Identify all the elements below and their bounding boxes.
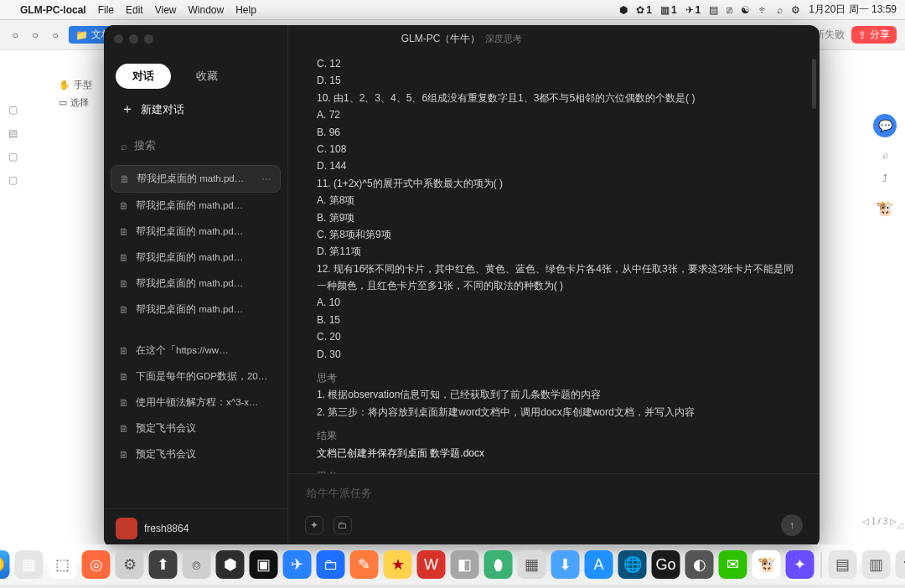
- select-tool[interactable]: ▭ 选择: [59, 96, 92, 109]
- dock-app-icon[interactable]: ★: [384, 550, 412, 579]
- more-icon[interactable]: ⋯: [261, 173, 272, 185]
- doc-icon: 🗎: [120, 174, 130, 184]
- dock-settings-icon[interactable]: ⚙: [116, 550, 144, 579]
- history-item[interactable]: 🗎在这个「https://ww…: [111, 338, 281, 364]
- comment-bubble-icon[interactable]: 💬: [873, 114, 897, 137]
- attach-image-icon[interactable]: ✦: [305, 516, 323, 534]
- dock-app-icon[interactable]: 🌐: [618, 550, 647, 579]
- dock-app-icon[interactable]: ▤: [829, 550, 857, 579]
- wifi-icon[interactable]: ᯤ: [758, 4, 768, 16]
- dock-app-icon[interactable]: ⬚: [49, 550, 77, 579]
- content-line: A. 72: [317, 106, 799, 123]
- content-line: 10. 由1、2、3、4、5、6组成没有重复数字且1、3都不与5相邻的六位偶数的…: [317, 90, 799, 106]
- history-item[interactable]: 🗎帮我把桌面的 math.pd…: [111, 219, 281, 245]
- traffic-lights[interactable]: [114, 34, 153, 44]
- doc-icon: 🗎: [119, 305, 129, 315]
- window-max-icon[interactable]: ○: [49, 28, 62, 42]
- sidebar-search[interactable]: ⌕ 搜索: [104, 130, 287, 162]
- content-line: A. 10: [317, 294, 799, 311]
- dock-launchpad-icon[interactable]: ▦: [15, 550, 44, 579]
- dock-app-icon[interactable]: ◐: [685, 550, 714, 579]
- dock-app-icon[interactable]: Go: [652, 550, 680, 579]
- tab-favorite[interactable]: 收藏: [179, 64, 235, 89]
- dock-app-icon[interactable]: ⬆: [149, 550, 178, 579]
- history-item[interactable]: 🗎帮我把桌面的 math.pd…: [111, 297, 281, 322]
- dock-app-icon[interactable]: ◎: [82, 550, 111, 579]
- dock-app-icon[interactable]: ◧: [451, 550, 479, 579]
- window-close-icon[interactable]: ○: [8, 28, 22, 42]
- dock-appstore-icon[interactable]: A: [585, 550, 613, 579]
- history-item[interactable]: 🗎下面是每年的GDP数据，20…: [111, 364, 281, 389]
- doc-icon: 🗎: [119, 450, 129, 460]
- status-icon[interactable]: ✈ 1: [685, 4, 701, 16]
- result-label: 结果: [317, 427, 799, 444]
- dock-terminal-icon[interactable]: ▣: [250, 550, 278, 579]
- status-icon[interactable]: ☯: [741, 4, 750, 16]
- new-chat-button[interactable]: ＋ 新建对话: [104, 89, 287, 130]
- content-line: 12. 现有16张不同的卡片，其中红色、黄色、蓝色、绿色卡片各4张，从中任取3张…: [317, 260, 799, 295]
- search-icon[interactable]: ⌕: [882, 149, 888, 161]
- content-line: D. 144: [317, 157, 799, 174]
- dock-app-icon[interactable]: ▥: [862, 550, 891, 579]
- rail-icon[interactable]: ▢: [8, 174, 18, 186]
- history-item[interactable]: 🗎帮我把桌面的 math.pd…⋯: [111, 165, 281, 193]
- dock-app-icon[interactable]: ⬢: [216, 550, 245, 579]
- hand-tool[interactable]: ✋ 手型: [59, 79, 92, 91]
- resize-handle-icon[interactable]: ◿: [897, 520, 903, 529]
- user-row[interactable]: fresh8864: [104, 508, 287, 548]
- dock-wechat-icon[interactable]: ✉: [719, 550, 747, 579]
- dock-wps-icon[interactable]: W: [417, 550, 446, 579]
- menubar-right: ⬢ ✿ 1 ▦ 1 ✈ 1 ▤ ⎚ ☯ ᯤ ⌕ ⚙ 1月20日 周一 13:59: [619, 3, 897, 17]
- status-icon[interactable]: ⎚: [727, 4, 732, 16]
- content-line: B. 96: [317, 124, 799, 141]
- dock-finder-icon[interactable]: 🙂: [0, 550, 10, 579]
- history-item[interactable]: 🗎帮我把桌面的 math.pd…: [111, 245, 281, 271]
- spotlight-icon[interactable]: ⌕: [777, 4, 783, 16]
- history-item[interactable]: 🗎帮我把桌面的 math.pd…: [111, 193, 281, 219]
- doc-icon: 🗎: [119, 372, 129, 382]
- history-item[interactable]: 🗎使用牛顿法解方程：x^3-x…: [111, 389, 281, 415]
- dock-cow-icon[interactable]: 🐮: [752, 550, 781, 579]
- composer-placeholder[interactable]: 给牛牛派任务: [305, 482, 803, 514]
- dock-app-icon[interactable]: ⬮: [484, 550, 513, 579]
- status-icon[interactable]: ✿ 1: [636, 4, 652, 16]
- page-indicator[interactable]: ◁ 1 / 3 ▷: [862, 517, 897, 526]
- window-min-icon[interactable]: ○: [28, 28, 42, 42]
- menubar-item[interactable]: View: [155, 4, 177, 16]
- dock-app-icon[interactable]: ⬇: [551, 550, 580, 579]
- status-icon[interactable]: ▤: [709, 4, 718, 16]
- menubar-app-name[interactable]: GLM-PC-local: [20, 4, 86, 16]
- rail-icon[interactable]: ▢: [8, 151, 18, 162]
- status-icon[interactable]: ▦ 1: [660, 4, 677, 16]
- dock-app-icon[interactable]: ⌾: [183, 550, 211, 579]
- history-item[interactable]: 🗎帮我把桌面的 math.pd…: [111, 271, 281, 297]
- dock-app-icon[interactable]: ✦: [786, 550, 814, 579]
- menubar-item[interactable]: Window: [189, 4, 225, 16]
- doc-icon: 🗎: [119, 424, 129, 434]
- scrollbar[interactable]: [812, 59, 816, 109]
- rail-icon[interactable]: ▤: [8, 127, 18, 139]
- menubar-item[interactable]: Edit: [126, 4, 143, 16]
- menubar-clock[interactable]: 1月20日 周一 13:59: [809, 3, 897, 17]
- history-item[interactable]: 🗎预定飞书会议: [111, 415, 281, 441]
- history-item[interactable]: 🗎预定飞书会议: [111, 441, 281, 467]
- share-button[interactable]: ⇪ 分享: [851, 26, 897, 44]
- dock-trash-icon[interactable]: 🗑: [896, 550, 906, 579]
- attach-folder-icon[interactable]: 🗀: [334, 516, 352, 534]
- doc-icon: 🗎: [119, 279, 129, 289]
- menubar-item[interactable]: File: [98, 4, 114, 16]
- dock-app-icon[interactable]: 🗀: [317, 550, 345, 579]
- cow-assistant-icon[interactable]: 🐮: [872, 196, 897, 221]
- send-button[interactable]: ↑: [781, 514, 803, 536]
- control-center-icon[interactable]: ⚙: [791, 4, 800, 16]
- menubar-item[interactable]: Help: [235, 4, 256, 16]
- dock-app-icon[interactable]: ✈: [283, 550, 312, 579]
- tool-icon[interactable]: ⤴: [882, 173, 887, 184]
- dock-app-icon[interactable]: ▦: [518, 550, 546, 579]
- dock-app-icon[interactable]: ✎: [350, 550, 379, 579]
- content-line: D. 30: [317, 346, 799, 363]
- rail-icon[interactable]: ▢: [8, 104, 18, 116]
- sidebar-tabs: 对话 收藏: [104, 64, 287, 89]
- tab-chat[interactable]: 对话: [116, 64, 171, 89]
- status-icon[interactable]: ⬢: [619, 4, 628, 16]
